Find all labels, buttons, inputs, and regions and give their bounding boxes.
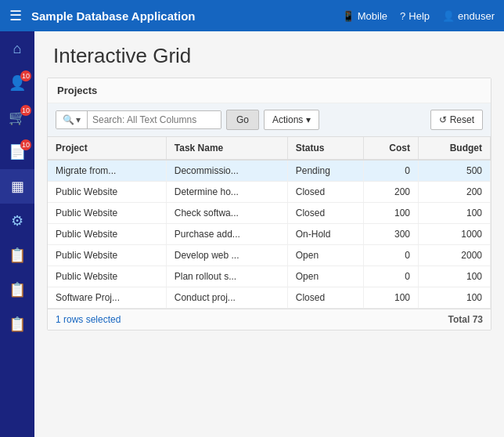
sidebar-item-list3[interactable]: 📋	[0, 307, 34, 341]
cell-cost: 0	[363, 266, 418, 287]
cell-status: Open	[287, 245, 363, 266]
mobile-icon: 📱	[342, 10, 355, 22]
sidebar-item-list2[interactable]: 📋	[0, 273, 34, 307]
hamburger-icon[interactable]: ☰	[9, 7, 22, 24]
table-row[interactable]: Migrate from...Decommissio...Pending0500	[48, 160, 491, 182]
sidebar-item-settings[interactable]: ⚙	[0, 204, 34, 238]
col-taskname[interactable]: Task Name	[166, 137, 287, 160]
col-cost[interactable]: Cost	[363, 137, 418, 160]
page-title: Interactive Grid	[53, 44, 485, 68]
user-link[interactable]: 👤 enduser	[442, 10, 495, 22]
cell-taskName: Determine ho...	[166, 182, 287, 203]
cell-taskName: Plan rollout s...	[166, 266, 287, 287]
cell-project: Public Website	[48, 245, 166, 266]
cell-status: Closed	[287, 287, 363, 309]
cell-budget: 100	[419, 266, 491, 287]
table-row[interactable]: Public WebsitePlan rollout s...Open0100	[48, 266, 491, 287]
home-icon: ⌂	[13, 41, 22, 57]
page-header: Interactive Grid	[34, 31, 504, 78]
cell-budget: 1000	[419, 224, 491, 245]
cell-project: Public Website	[48, 224, 166, 245]
cell-status: Pending	[287, 160, 363, 182]
search-type-button[interactable]: 🔍 ▾	[56, 111, 88, 128]
search-group: 🔍 ▾	[56, 110, 221, 129]
cell-cost: 0	[363, 245, 418, 266]
help-label: Help	[409, 10, 430, 22]
cell-status: Closed	[287, 203, 363, 224]
sidebar-item-grid[interactable]: ▦	[0, 169, 34, 204]
cell-project: Public Website	[48, 266, 166, 287]
cell-budget: 100	[419, 203, 491, 224]
user-label: enduser	[458, 10, 495, 22]
sidebar-item-home[interactable]: ⌂	[0, 31, 34, 66]
cell-taskName: Develop web ...	[166, 245, 287, 266]
reset-label: Reset	[450, 114, 474, 125]
total-count: Total 73	[448, 314, 483, 325]
table-row[interactable]: Software Proj...Conduct proj...Closed100…	[48, 287, 491, 309]
list3-icon: 📋	[9, 316, 26, 333]
cell-taskName: Conduct proj...	[166, 287, 287, 309]
cell-project: Migrate from...	[48, 160, 166, 182]
cell-budget: 500	[419, 160, 491, 182]
top-navigation: ☰ Sample Database Application 📱 Mobile ?…	[0, 0, 504, 31]
reports-badge: 10	[20, 139, 31, 150]
cell-cost: 0	[363, 160, 418, 182]
grid-toolbar: 🔍 ▾ Go Actions ▾ ↺ Reset	[48, 103, 491, 137]
actions-button[interactable]: Actions ▾	[264, 110, 319, 130]
top-nav-right: 📱 Mobile ? Help 👤 enduser	[342, 10, 495, 22]
cell-project: Software Proj...	[48, 287, 166, 309]
cell-taskName: Purchase add...	[166, 224, 287, 245]
cell-taskName: Decommissio...	[166, 160, 287, 182]
cell-budget: 2000	[419, 245, 491, 266]
cell-project: Public Website	[48, 182, 166, 203]
search-input[interactable]	[88, 111, 221, 128]
mobile-label: Mobile	[358, 10, 387, 22]
table-row[interactable]: Public WebsitePurchase add...On-Hold3001…	[48, 224, 491, 245]
content-area: Interactive Grid Projects 🔍 ▾ Go Actions…	[34, 31, 504, 437]
reset-button[interactable]: ↺ Reset	[430, 110, 483, 130]
cart-badge: 10	[20, 105, 31, 116]
cell-cost: 100	[363, 287, 418, 309]
cell-cost: 200	[363, 182, 418, 203]
mobile-link[interactable]: 📱 Mobile	[342, 10, 387, 22]
cell-project: Public Website	[48, 203, 166, 224]
sidebar-item-cart[interactable]: 🛒 10	[0, 100, 34, 135]
grid-icon: ▦	[11, 178, 24, 195]
table-header-row: Project Task Name Status Cost Budget	[48, 137, 491, 160]
cell-taskName: Check softwa...	[166, 203, 287, 224]
col-project[interactable]: Project	[48, 137, 166, 160]
cell-budget: 200	[419, 182, 491, 203]
selected-count: 1 rows selected	[56, 314, 121, 325]
go-button[interactable]: Go	[226, 110, 259, 130]
col-budget[interactable]: Budget	[419, 137, 491, 160]
search-chevron-icon: ▾	[76, 114, 81, 125]
users-badge: 10	[20, 70, 31, 81]
grid-footer: 1 rows selected Total 73	[48, 309, 491, 330]
actions-chevron-icon: ▾	[306, 114, 311, 125]
table-body: Migrate from...Decommissio...Pending0500…	[48, 160, 491, 309]
list1-icon: 📋	[9, 247, 26, 264]
table-row[interactable]: Public WebsiteDetermine ho...Closed20020…	[48, 182, 491, 203]
search-icon: 🔍	[63, 114, 74, 125]
sidebar-item-reports[interactable]: 📄 10	[0, 135, 34, 169]
app-title: Sample Database Application	[31, 9, 342, 23]
region-title: Projects	[48, 78, 491, 103]
settings-icon: ⚙	[11, 212, 23, 229]
table-row[interactable]: Public WebsiteDevelop web ...Open02000	[48, 245, 491, 266]
sidebar-item-list1[interactable]: 📋	[0, 238, 34, 273]
help-icon: ?	[400, 10, 405, 22]
col-status[interactable]: Status	[287, 137, 363, 160]
cell-status: Open	[287, 266, 363, 287]
sidebar-item-users[interactable]: 👤 10	[0, 66, 34, 100]
cell-budget: 100	[419, 287, 491, 309]
cell-cost: 100	[363, 203, 418, 224]
table-row[interactable]: Public WebsiteCheck softwa...Closed10010…	[48, 203, 491, 224]
actions-label: Actions	[272, 114, 303, 125]
cell-status: On-Hold	[287, 224, 363, 245]
cell-cost: 300	[363, 224, 418, 245]
main-layout: ⌂ 👤 10 🛒 10 📄 10 ▦ ⚙ 📋 📋 📋	[0, 31, 504, 437]
help-link[interactable]: ? Help	[400, 10, 430, 22]
user-icon: 👤	[442, 10, 455, 22]
table-header: Project Task Name Status Cost Budget	[48, 137, 491, 160]
grid-region: Projects 🔍 ▾ Go Actions ▾ ↺ Reset	[47, 78, 491, 330]
